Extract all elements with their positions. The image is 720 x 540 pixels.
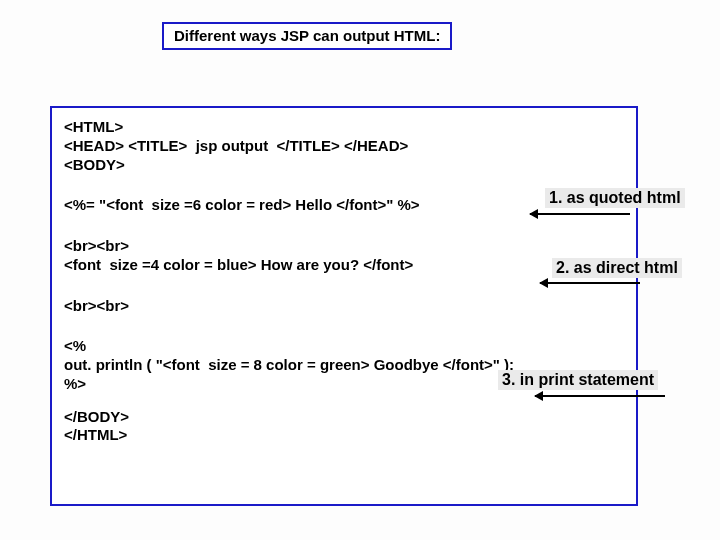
code-line: </BODY> xyxy=(64,408,624,427)
arrow-icon xyxy=(540,282,640,284)
slide-title-box: Different ways JSP can output HTML: xyxy=(162,22,452,50)
code-line: <% xyxy=(64,337,624,356)
code-line: <HEAD> <TITLE> jsp output </TITLE> </HEA… xyxy=(64,137,624,156)
arrow-icon xyxy=(530,213,630,215)
arrow-icon xyxy=(535,395,665,397)
annotation-label-3: 3. in print statement xyxy=(498,370,658,390)
code-line: </HTML> xyxy=(64,426,624,445)
annotation-label-2: 2. as direct html xyxy=(552,258,682,278)
code-line: <font size =4 color = blue> How are you?… xyxy=(64,256,624,275)
code-box: <HTML> <HEAD> <TITLE> jsp output </TITLE… xyxy=(50,106,638,506)
slide-title: Different ways JSP can output HTML: xyxy=(174,27,440,44)
code-line: <HTML> xyxy=(64,118,624,137)
code-line: <br><br> xyxy=(64,237,624,256)
code-line: <BODY> xyxy=(64,156,624,175)
code-line: <br><br> xyxy=(64,297,624,316)
annotation-label-1: 1. as quoted html xyxy=(545,188,685,208)
